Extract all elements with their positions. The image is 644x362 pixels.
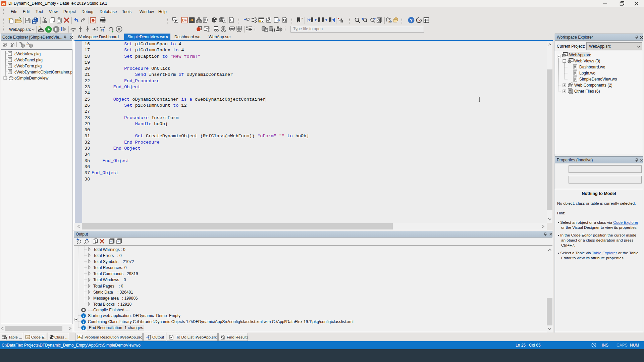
svg-text:?: ? [301, 17, 303, 20]
svg-text:DF: DF [2, 2, 6, 5]
svg-text:#: # [101, 29, 103, 32]
svg-text:i: i [83, 314, 84, 318]
svg-text:ab: ab [388, 20, 392, 23]
svg-text:i: i [83, 326, 84, 330]
svg-text:DF: DF [182, 18, 187, 22]
svg-text:i: i [83, 320, 84, 324]
svg-text:fx: fx [26, 42, 29, 45]
svg-text:?: ? [410, 18, 413, 23]
